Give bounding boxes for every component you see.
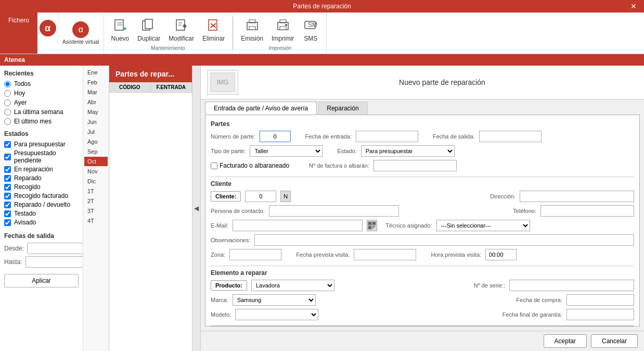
month-mar[interactable]: Mar: [84, 87, 108, 97]
svg-rect-31: [374, 226, 375, 227]
fecha-salida-wrapper: [479, 131, 542, 142]
radio-todos[interactable]: Todos: [4, 80, 79, 87]
col-codigo: CÓDIGO: [109, 82, 151, 92]
cb-recogido[interactable]: Recogido: [4, 183, 79, 191]
tipo-parte-select[interactable]: Taller Domicilio Externo: [250, 145, 323, 157]
impresion-group: Emisión Imprimir SMS SMS Impresión: [234, 12, 327, 54]
cancelar-button[interactable]: Cancelar: [591, 334, 638, 348]
nuevo-button[interactable]: Nuevo: [108, 15, 133, 44]
cb-testado[interactable]: Testado: [4, 210, 79, 217]
num-factura-input[interactable]: [373, 160, 457, 171]
fecha-compra-input[interactable]: [566, 294, 634, 306]
estado-select[interactable]: Para presupuestar En reparación Reparado: [361, 145, 455, 157]
hora-visita-input[interactable]: [485, 249, 517, 260]
month-dic[interactable]: Dic: [84, 177, 108, 186]
modelo-select[interactable]: [235, 309, 318, 320]
cb-avisado[interactable]: Avisado: [4, 219, 79, 226]
persona-contacto-input[interactable]: [269, 205, 399, 217]
cliente-row3: E-Mail:: [211, 220, 634, 231]
fecha-entrada-input[interactable]: [356, 131, 418, 142]
svg-rect-25: [369, 222, 371, 224]
alpha-icon[interactable]: α: [37, 12, 58, 44]
separator-1: [211, 177, 634, 177]
tab-reparacion[interactable]: Reparación: [318, 102, 367, 115]
month-jul[interactable]: Jul: [84, 127, 108, 136]
cliente-row1: Cliente: N Dirección:: [211, 191, 634, 202]
sms-button[interactable]: SMS SMS: [299, 15, 322, 44]
desde-input[interactable]: [27, 243, 83, 254]
asistente-virtual-button[interactable]: α Asistente virtual: [62, 21, 99, 45]
month-jun[interactable]: Jun: [84, 117, 108, 127]
sms-icon: SMS: [302, 17, 319, 34]
observaciones-input[interactable]: [254, 234, 634, 246]
imprimir-button[interactable]: Imprimir: [268, 15, 297, 44]
radio-ultima-semana[interactable]: La última semana: [4, 108, 79, 116]
month-3t[interactable]: 3T: [84, 206, 108, 216]
svg-text:SMS: SMS: [308, 21, 318, 29]
month-abr[interactable]: Abr: [84, 97, 108, 107]
numero-parte-input[interactable]: [260, 131, 291, 142]
cb-reparado-devuelto[interactable]: Reparado / devuelto: [4, 201, 79, 208]
collapse-panel-button[interactable]: ◀: [192, 66, 201, 351]
aplicar-button[interactable]: Aplicar: [4, 274, 79, 287]
modificar-button[interactable]: Modificar: [165, 15, 197, 44]
aceptar-button[interactable]: Aceptar: [544, 334, 587, 348]
month-ago[interactable]: Ago: [84, 137, 108, 146]
eliminar-button[interactable]: Eliminar: [199, 15, 228, 44]
tecnico-select[interactable]: ---Sin seleccionar---: [436, 220, 530, 231]
duplicar-button[interactable]: Duplicar: [134, 15, 163, 44]
close-button[interactable]: ✕: [623, 0, 644, 12]
month-sep[interactable]: Sep: [84, 147, 108, 156]
month-feb[interactable]: Feb: [84, 78, 108, 87]
telefono-input[interactable]: [540, 205, 634, 217]
svg-rect-6: [145, 19, 152, 29]
month-ene[interactable]: Ene: [84, 68, 108, 77]
num-serie-input[interactable]: [509, 280, 634, 291]
cb-presupuestar[interactable]: Para presupuestar: [4, 141, 79, 148]
main-form: IMG Nuevo parte de reparación Entrada de…: [201, 66, 644, 351]
hasta-input[interactable]: [25, 256, 83, 268]
month-4t[interactable]: 4T: [84, 216, 108, 225]
month-oct[interactable]: Oct: [84, 157, 108, 166]
fecha-garantia-input[interactable]: [566, 309, 634, 320]
emision-button[interactable]: Emisión: [238, 15, 266, 44]
cb-recogido-facturado[interactable]: Recogido facturado: [4, 192, 79, 199]
estados-checkbox-group: Para presupuestar Presupuestado pendient…: [4, 141, 79, 226]
duplicar-icon: [140, 17, 157, 34]
fecha-salida-input[interactable]: [479, 131, 542, 142]
form-body: Partes Número de parte: Fecha de entrada…: [205, 115, 640, 327]
averia-section: Avería Síntoma de la avería:: [211, 325, 634, 327]
n-button[interactable]: N: [280, 191, 291, 202]
facturado-checkbox[interactable]: Facturado o albaraneado: [211, 162, 289, 169]
fichero-tab[interactable]: Fichero: [0, 12, 37, 54]
cb-presupuestado[interactable]: Presupuestado pendiente: [4, 149, 79, 164]
producto-button[interactable]: Producto:: [211, 280, 247, 291]
separator-2: [211, 266, 634, 266]
tab-entrada[interactable]: Entrada de parte / Aviso de avería: [205, 102, 317, 115]
marca-select[interactable]: Samsung LG Bosch: [233, 294, 316, 306]
qr-icon[interactable]: [367, 220, 377, 231]
partes-row1: Número de parte: Fecha de entrada: Fecha…: [211, 131, 634, 142]
radio-hoy[interactable]: Hoy: [4, 90, 79, 97]
radio-ayer[interactable]: Ayer: [4, 99, 79, 106]
cliente-id-input[interactable]: [245, 191, 276, 202]
month-1t[interactable]: 1T: [84, 186, 108, 196]
fecha-visita-input[interactable]: [354, 249, 416, 260]
producto-select[interactable]: Lavadora Televisor Frigorífico: [251, 280, 334, 291]
cliente-button[interactable]: Cliente:: [211, 191, 241, 202]
email-input[interactable]: [233, 220, 363, 231]
radio-ultimo-mes[interactable]: El último mes: [4, 118, 79, 125]
direccion-input[interactable]: [520, 191, 634, 202]
cb-reparado[interactable]: Reparado: [4, 174, 79, 182]
svg-rect-32: [372, 228, 373, 229]
month-2t[interactable]: 2T: [84, 196, 108, 206]
dialog-title: Partes de reparación: [293, 3, 351, 10]
svg-rect-15: [249, 27, 255, 30]
month-nov[interactable]: Nov: [84, 167, 108, 176]
zona-input[interactable]: [229, 249, 281, 260]
qr-svg: [368, 221, 376, 230]
nuevo-icon: [112, 17, 128, 34]
month-may[interactable]: May: [84, 107, 108, 117]
form-new-title: Nuevo parte de reparación: [247, 78, 638, 86]
cb-reparacion[interactable]: En reparación: [4, 166, 79, 173]
